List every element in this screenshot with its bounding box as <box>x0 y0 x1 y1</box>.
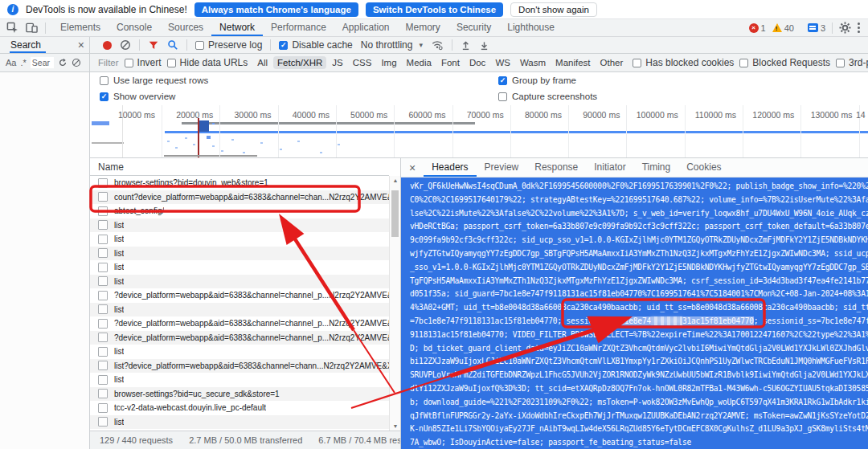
request-row-checkbox[interactable] <box>98 417 108 427</box>
request-row-checkbox[interactable] <box>98 319 108 329</box>
request-row[interactable]: count?device_platform=webapp&aid=6383&ch… <box>90 190 389 205</box>
filter-funnel-icon[interactable] <box>148 40 159 51</box>
request-row[interactable]: ?device_platform=webapp&aid=6383&channel… <box>90 331 389 345</box>
scrollbar-thumb[interactable] <box>391 190 399 237</box>
filter-chip-other[interactable]: Other <box>596 56 628 69</box>
preserve-log-checkbox[interactable] <box>195 41 204 50</box>
record-network-log-icon[interactable] <box>103 41 112 50</box>
filter-chip-font[interactable]: Font <box>437 56 464 69</box>
request-row-checkbox[interactable] <box>98 389 108 398</box>
filter-chip-manifest[interactable]: Manifest <box>551 56 594 69</box>
tab-network[interactable]: Network <box>211 19 263 36</box>
request-row-checkbox[interactable] <box>98 347 108 357</box>
request-row[interactable]: browser-settings?bid=uc_secure_sdk&store… <box>90 387 389 402</box>
detail-tab-preview[interactable]: Preview <box>477 158 527 177</box>
request-row[interactable]: list <box>90 232 389 247</box>
settings-gear-icon[interactable] <box>839 22 851 34</box>
request-row[interactable]: list <box>90 218 389 233</box>
tab-application[interactable]: Application <box>334 19 398 36</box>
request-row-checkbox[interactable] <box>98 178 108 188</box>
headers-cookie-content[interactable]: vKr_QF6kUeHwNwsI4sqCDumA_0dk%2F169954560… <box>401 178 868 449</box>
request-row-checkbox[interactable] <box>98 220 108 230</box>
tab-lighthouse[interactable]: Lighthouse <box>499 19 563 36</box>
request-row[interactable]: list <box>90 260 389 275</box>
tab-performance[interactable]: Performance <box>263 19 334 36</box>
filter-chip-js[interactable]: JS <box>328 56 346 69</box>
request-row[interactable]: list <box>90 373 389 387</box>
request-list-scrollbar[interactable]: ▲ ▼ <box>389 176 400 431</box>
detail-tab-timing[interactable]: Timing <box>634 158 679 177</box>
search-network-icon[interactable] <box>167 39 178 51</box>
warning-badge[interactable]: 40 <box>772 23 794 33</box>
dont-show-again-button[interactable]: Don't show again <box>510 2 597 17</box>
network-overview-timeline[interactable]: 10000 ms20000 ms30000 ms40000 ms50000 ms… <box>90 105 868 158</box>
request-row-checkbox[interactable] <box>98 333 108 342</box>
detail-tab-initiator[interactable]: Initiator <box>586 158 633 177</box>
capture-screenshots-checkbox[interactable] <box>498 92 507 101</box>
request-row-checkbox[interactable] <box>98 361 108 370</box>
filter-chip-media[interactable]: Media <box>403 56 436 69</box>
group-by-frame-checkbox[interactable] <box>498 76 507 85</box>
regex-toggle[interactable]: .* <box>20 58 26 67</box>
filter-chip-img[interactable]: Img <box>377 56 400 69</box>
has-blocked-cookies-checkbox[interactable] <box>633 59 641 67</box>
search-input[interactable]: Sear <box>31 57 54 68</box>
issues-badge[interactable]: 3 <box>808 23 825 33</box>
export-har-icon[interactable] <box>479 40 489 51</box>
tab-elements[interactable]: Elements <box>52 19 108 36</box>
clear-network-log-icon[interactable] <box>120 39 131 51</box>
blocked-requests-checkbox[interactable] <box>739 59 748 67</box>
detail-tab-cookies[interactable]: Cookies <box>678 158 729 177</box>
request-row[interactable]: list <box>90 415 389 430</box>
throttling-dropdown[interactable]: No throttling▾ <box>361 39 423 51</box>
filter-input[interactable]: Filter <box>98 58 119 67</box>
hide-data-urls-checkbox[interactable] <box>167 59 176 67</box>
error-badge[interactable]: ×1 <box>749 23 766 33</box>
invert-checkbox[interactable] <box>125 59 133 67</box>
request-table-name-header[interactable]: Name <box>90 158 389 176</box>
request-row[interactable]: list <box>90 275 389 289</box>
request-row[interactable]: ?device_platform=webapp&aid=6383&channel… <box>90 316 389 331</box>
tab-security[interactable]: Security <box>448 19 499 36</box>
import-har-icon[interactable] <box>461 40 471 51</box>
tab-sources[interactable]: Sources <box>160 19 211 36</box>
filter-chip-doc[interactable]: Doc <box>465 56 489 69</box>
more-options-icon[interactable] <box>858 22 860 33</box>
request-row[interactable]: list <box>90 345 389 359</box>
request-row[interactable]: list <box>90 303 389 317</box>
inspect-element-icon[interactable] <box>6 22 18 34</box>
filter-chip-fetch-xhr[interactable]: Fetch/XHR <box>273 56 326 69</box>
filter-chip-all[interactable]: All <box>253 56 272 69</box>
filter-chip-ws[interactable]: WS <box>491 56 514 69</box>
request-row[interactable]: browser-settings?bid=douyin_web&store=1 <box>90 176 389 190</box>
request-row-checkbox[interactable] <box>98 291 108 300</box>
network-conditions-icon[interactable] <box>431 39 444 51</box>
match-case-toggle[interactable]: Aa <box>6 58 16 67</box>
request-row[interactable]: tcc-v2-data-webcast.douyin.live_pc-defau… <box>90 401 389 415</box>
scroll-up-icon[interactable]: ▲ <box>390 178 401 183</box>
refresh-icon[interactable] <box>58 58 68 67</box>
show-overview-checkbox[interactable] <box>100 92 108 101</box>
third-party-requests-checkbox[interactable] <box>836 59 845 67</box>
filter-chip-css[interactable]: CSS <box>349 56 376 69</box>
request-row-checkbox[interactable] <box>98 403 108 413</box>
request-row[interactable]: list <box>90 247 389 261</box>
request-row[interactable]: abtest_config/ <box>90 204 389 218</box>
close-search-icon[interactable]: × <box>78 39 84 51</box>
tab-memory[interactable]: Memory <box>398 19 448 36</box>
scroll-down-icon[interactable]: ▼ <box>390 423 401 429</box>
disable-cache-checkbox[interactable] <box>279 41 288 50</box>
request-row-checkbox[interactable] <box>98 235 108 244</box>
request-row-checkbox[interactable] <box>98 375 108 385</box>
match-language-button[interactable]: Always match Chrome's language <box>194 2 358 17</box>
use-large-request-rows-checkbox[interactable] <box>100 76 108 85</box>
detail-tab-response[interactable]: Response <box>526 158 586 177</box>
clear-search-icon[interactable] <box>72 58 81 67</box>
request-row[interactable]: ?device_platform=webapp&aid=6383&channel… <box>90 288 389 303</box>
close-details-icon[interactable]: × <box>401 161 424 174</box>
request-row-checkbox[interactable] <box>98 206 108 216</box>
request-row-checkbox[interactable] <box>98 192 108 202</box>
request-row[interactable]: list?device_platform=webapp&aid=6383&cha… <box>90 359 389 373</box>
request-row-checkbox[interactable] <box>98 276 108 286</box>
device-toolbar-icon[interactable] <box>26 22 38 34</box>
